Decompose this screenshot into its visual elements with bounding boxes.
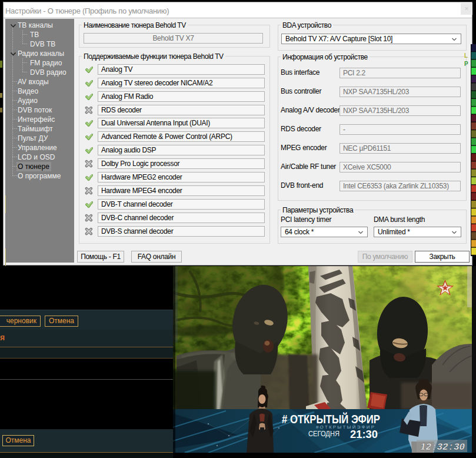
- svg-text:СЕГОДНЯ: СЕГОДНЯ: [308, 429, 339, 438]
- svg-text:12:32:30: 12:32:30: [420, 442, 465, 453]
- svg-text:# ОТКРЫТЫЙ ЭФИР: # ОТКРЫТЫЙ ЭФИР: [282, 412, 380, 426]
- svg-text:21:30: 21:30: [350, 428, 378, 440]
